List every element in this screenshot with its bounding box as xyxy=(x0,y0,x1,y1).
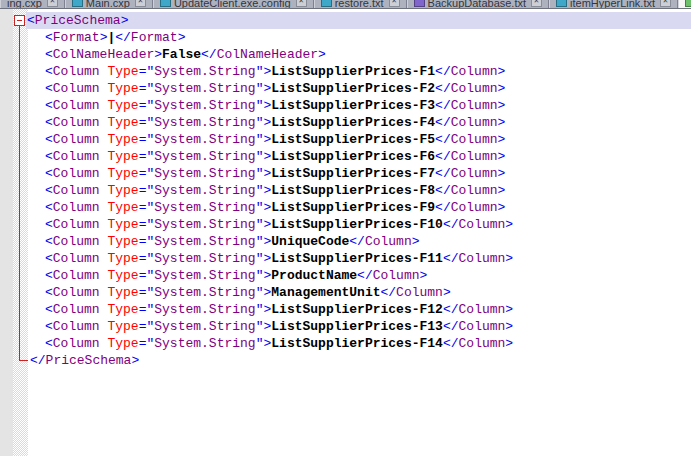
tab-label: restore.txt xyxy=(335,0,384,9)
xml-delimiter: =" xyxy=(139,319,155,334)
tab-updateclient-exe-config[interactable]: UpdateClient.exe.config✕ xyxy=(153,0,314,8)
xml-element-name: Column xyxy=(53,183,108,198)
xml-text: ListSupplierPrices-F2 xyxy=(271,81,435,96)
tab-close-icon[interactable]: ✕ xyxy=(47,0,58,7)
xml-delimiter: "> xyxy=(256,166,272,181)
xml-element-name: Column xyxy=(373,268,420,283)
xml-delimiter: "> xyxy=(256,319,272,334)
xml-text: ListSupplierPrices-F7 xyxy=(271,166,435,181)
code-line[interactable]: </PriceSchema> xyxy=(0,352,691,369)
code-line[interactable]: <Column Type="System.String">ListSupplie… xyxy=(0,148,691,165)
xml-attribute-name: Type xyxy=(107,336,138,351)
xml-attribute-value: System.String xyxy=(154,132,255,147)
xml-delimiter: "> xyxy=(256,268,272,283)
tab-ing-cxp[interactable]: ing.cxp✕ xyxy=(0,0,65,8)
xml-delimiter: =" xyxy=(139,251,155,266)
code-line[interactable]: <Column Type="System.String">ListSupplie… xyxy=(0,80,691,97)
code-line[interactable]: <Column Type="System.String">ProductName… xyxy=(0,267,691,284)
xml-editor[interactable]: <PriceSchema><Format>|</Format><ColNameH… xyxy=(0,9,691,456)
code-line[interactable]: <Column Type="System.String">ManagementU… xyxy=(0,284,691,301)
xml-attribute-value: System.String xyxy=(154,302,255,317)
xml-delimiter: > xyxy=(505,251,513,266)
code-line[interactable]: <Column Type="System.String">ListSupplie… xyxy=(0,182,691,199)
xml-element-name: Column xyxy=(53,98,108,113)
xml-element-name: Column xyxy=(459,251,506,266)
xml-delimiter: > xyxy=(498,98,506,113)
xml-delimiter: "> xyxy=(256,149,272,164)
xml-delimiter: "> xyxy=(256,251,272,266)
xml-element-name: Column xyxy=(451,166,498,181)
xml-delimiter: < xyxy=(45,98,53,113)
xml-element-name: Column xyxy=(53,200,108,215)
xml-delimiter: </ xyxy=(357,268,373,283)
xml-delimiter: > xyxy=(420,268,428,283)
code-line[interactable]: <Column Type="System.String">ListSupplie… xyxy=(0,301,691,318)
code-area[interactable]: <PriceSchema><Format>|</Format><ColNameH… xyxy=(0,12,691,369)
xml-delimiter: < xyxy=(45,319,53,334)
xml-delimiter: </ xyxy=(30,353,46,368)
xml-attribute-value: System.String xyxy=(154,234,255,249)
xml-text: UniqueCode xyxy=(271,234,349,249)
xml-delimiter: </ xyxy=(443,319,459,334)
tab-close-icon[interactable]: ✕ xyxy=(660,0,671,7)
xml-delimiter: < xyxy=(45,149,53,164)
xml-delimiter: =" xyxy=(139,98,155,113)
xml-text: ListSupplierPrices-F12 xyxy=(271,302,443,317)
xml-delimiter: </ xyxy=(435,149,451,164)
code-line[interactable]: <Column Type="System.String">ListSupplie… xyxy=(0,199,691,216)
document-icon xyxy=(160,0,171,7)
xml-attribute-value: System.String xyxy=(154,149,255,164)
xml-delimiter: </ xyxy=(435,183,451,198)
fold-line-vertical xyxy=(19,26,20,360)
code-line[interactable]: <Format>|</Format> xyxy=(0,29,691,46)
code-line[interactable]: <ColNameHeader>False</ColNameHeader> xyxy=(0,46,691,63)
xml-element-name: Column xyxy=(459,302,506,317)
tab-main-cxp[interactable]: Main.cxp✕ xyxy=(65,0,153,8)
xml-attribute-name: Type xyxy=(107,166,138,181)
code-line[interactable]: <Column Type="System.String">ListSupplie… xyxy=(0,216,691,233)
tab-itemhyperlink-txt[interactable]: itemHyperLink.txt✕ xyxy=(549,0,678,8)
document-icon xyxy=(685,0,691,7)
code-line[interactable]: <PriceSchema> xyxy=(0,12,691,29)
tab-label: Main.cxp xyxy=(86,0,130,9)
xml-element-name: Column xyxy=(53,285,108,300)
xml-delimiter: > xyxy=(443,285,451,300)
code-line[interactable]: <Column Type="System.String">ListSupplie… xyxy=(0,97,691,114)
xml-attribute-value: System.String xyxy=(154,64,255,79)
tab-label: itemHyperLink.txt xyxy=(570,0,655,9)
code-line[interactable]: <Column Type="System.String">ListSupplie… xyxy=(0,114,691,131)
xml-element-name: Column xyxy=(451,98,498,113)
code-line[interactable]: <Column Type="System.String">ListSupplie… xyxy=(0,63,691,80)
tab-close-icon[interactable]: ✕ xyxy=(135,0,146,7)
xml-element-name: Column xyxy=(451,132,498,147)
code-line[interactable]: <Column Type="System.String">ListSupplie… xyxy=(0,131,691,148)
tab-schema[interactable]: Schema xyxy=(678,0,691,8)
xml-attribute-name: Type xyxy=(107,285,138,300)
code-line[interactable]: <Column Type="System.String">ListSupplie… xyxy=(0,165,691,182)
xml-delimiter: "> xyxy=(256,81,272,96)
code-line[interactable]: <Column Type="System.String">ListSupplie… xyxy=(0,335,691,352)
xml-delimiter: > xyxy=(505,336,513,351)
tab-restore-txt[interactable]: restore.txt✕ xyxy=(314,0,407,8)
xml-element-name: Column xyxy=(451,200,498,215)
xml-delimiter: < xyxy=(45,115,53,130)
fold-collapse-icon[interactable] xyxy=(14,15,25,26)
tab-close-icon[interactable]: ✕ xyxy=(389,0,400,7)
xml-delimiter: > xyxy=(498,132,506,147)
xml-element-name: Column xyxy=(53,319,108,334)
code-line[interactable]: <Column Type="System.String">UniqueCode<… xyxy=(0,233,691,250)
xml-delimiter: =" xyxy=(139,132,155,147)
tab-close-icon[interactable]: ✕ xyxy=(531,0,542,7)
xml-delimiter: </ xyxy=(115,30,131,45)
xml-element-name: Column xyxy=(451,81,498,96)
xml-delimiter: "> xyxy=(256,183,272,198)
tab-backupdatabase-txt[interactable]: BackupDatabase.txt✕ xyxy=(407,0,549,8)
xml-text: ListSupplierPrices-F11 xyxy=(271,251,443,266)
code-line[interactable]: <Column Type="System.String">ListSupplie… xyxy=(0,250,691,267)
xml-delimiter: =" xyxy=(139,183,155,198)
tab-close-icon[interactable]: ✕ xyxy=(296,0,307,7)
xml-delimiter: </ xyxy=(435,166,451,181)
code-line[interactable]: <Column Type="System.String">ListSupplie… xyxy=(0,318,691,335)
xml-element-name: Column xyxy=(451,115,498,130)
xml-delimiter: < xyxy=(45,302,53,317)
